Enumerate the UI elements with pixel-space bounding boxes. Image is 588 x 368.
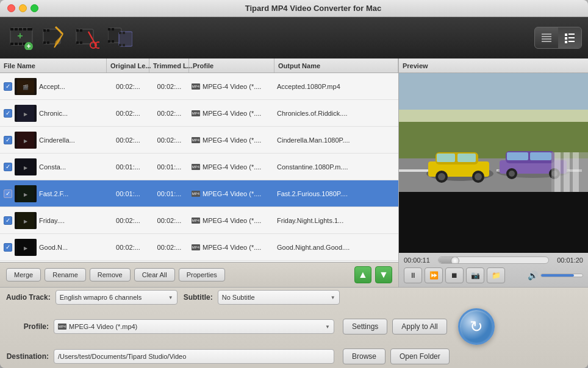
svg-rect-102 — [530, 152, 551, 160]
svg-text:▶: ▶ — [24, 138, 28, 144]
pause-button[interactable]: ⏸ — [404, 267, 422, 283]
profile-icon-7: MP4 — [192, 244, 200, 250]
audio-dropdown-arrow: ▼ — [168, 295, 173, 300]
timeline-thumb[interactable] — [451, 257, 459, 264]
svg-rect-62 — [15, 132, 17, 149]
timeline-track[interactable] — [438, 257, 549, 264]
th-profile: Profile — [189, 58, 274, 73]
add-video-button[interactable]: + + — [6, 23, 37, 53]
apply-to-all-button[interactable]: Apply to All — [392, 319, 446, 334]
profile-row: Profile: MP4 MPEG-4 Video (*.mp4) ▼ Sett… — [6, 308, 582, 345]
checkbox-7[interactable] — [4, 243, 12, 252]
table-row[interactable]: ▶ Consta... 00:01:... 00:01:... MP4 MPEG… — [0, 154, 398, 180]
thumb-6: ▶ — [15, 212, 37, 229]
close-button[interactable] — [7, 4, 15, 12]
volume-slider[interactable] — [540, 274, 583, 277]
detail-view-button[interactable] — [558, 27, 581, 48]
svg-text:▶: ▶ — [24, 246, 28, 251]
cell-trimmed-2: 00:02:... — [149, 110, 189, 117]
table-row[interactable]: ▶ Good.N... 00:02:... 00:02:... MP4 MPEG… — [0, 234, 398, 261]
destination-value: /Users/test/Documents/Tipard Studio/Vide… — [58, 353, 186, 360]
checkbox-2[interactable] — [4, 109, 12, 118]
audio-track-select[interactable]: English wmapro 6 channels ▼ — [56, 290, 177, 305]
cell-profile-4: MP4 MPEG-4 Video (*.... — [189, 163, 274, 171]
svg-rect-5 — [27, 28, 32, 30]
svg-rect-7 — [15, 43, 18, 45]
cell-output-4: Constantine.1080P.m.... — [274, 163, 398, 171]
list-view-button[interactable] — [535, 27, 558, 48]
svg-rect-18 — [47, 41, 49, 44]
svg-rect-63 — [34, 132, 37, 149]
cell-filename-1: 🎬 Accept... — [0, 78, 107, 95]
cell-filename-3: ▶ Cinderella... — [0, 132, 107, 149]
checkbox-4[interactable] — [4, 163, 12, 171]
move-up-button[interactable]: ▲ — [354, 266, 371, 283]
th-trimmed: Trimmed L... — [149, 58, 189, 73]
svg-rect-34 — [108, 40, 110, 43]
svg-rect-71 — [34, 185, 37, 202]
folder-button[interactable]: 📁 — [487, 267, 505, 283]
table-row[interactable]: ▶ Chronic... 00:02:... 00:02:... MP4 MPE… — [0, 100, 398, 127]
fast-forward-button[interactable]: ⏩ — [425, 267, 443, 283]
properties-button[interactable]: Properties — [179, 268, 225, 281]
svg-text:🎬: 🎬 — [23, 84, 29, 90]
move-down-button[interactable]: ▼ — [375, 266, 392, 283]
cell-original-4: 00:01:... — [107, 163, 149, 171]
cell-filename-2: ▶ Chronic... — [0, 105, 107, 122]
svg-rect-47 — [565, 37, 567, 40]
svg-rect-50 — [568, 41, 575, 42]
profile-select[interactable]: MP4 MPEG-4 Video (*.mp4) ▼ — [54, 319, 334, 334]
thumb-7: ▶ — [15, 239, 37, 256]
preview-header: Preview — [399, 58, 588, 73]
merge-icon-button[interactable] — [105, 23, 135, 53]
browse-button[interactable]: Browse — [343, 349, 385, 364]
merge-button[interactable]: Merge — [6, 268, 41, 281]
profile-icon-3: MP4 — [192, 137, 200, 143]
subtitle-value: No Subtitle — [222, 294, 255, 301]
stop-button[interactable]: ⏹ — [445, 267, 464, 283]
svg-rect-67 — [34, 158, 37, 175]
table-row[interactable]: ▶ Cinderella... 00:02:... 00:02:... MP4 … — [0, 127, 398, 154]
view-toggle — [534, 27, 582, 49]
checkbox-1[interactable] — [4, 82, 12, 91]
subtitle-select[interactable]: No Subtitle ▼ — [218, 290, 340, 305]
cell-profile-3: MP4 MPEG-4 Video (*.... — [189, 136, 274, 144]
checkbox-5[interactable] — [4, 189, 12, 198]
thumb-5: ▶ — [15, 185, 37, 202]
clear-all-button[interactable]: Clear All — [134, 268, 175, 281]
main-window: Tipard MP4 Video Converter for Mac + + — [0, 0, 588, 368]
cell-output-6: Friday.Night.Lights.1... — [274, 217, 398, 224]
cell-filename-4: ▶ Consta... — [0, 158, 107, 175]
open-folder-button[interactable]: Open Folder — [390, 349, 450, 364]
svg-text:▶: ▶ — [24, 219, 28, 224]
table-row[interactable]: 🎬 Accept... 00:02:... 00:02:... MP4 MPEG… — [0, 73, 398, 100]
checkbox-6[interactable] — [4, 216, 12, 225]
edit-button[interactable] — [39, 23, 70, 53]
cell-original-7: 00:02:... — [107, 244, 149, 251]
settings-area: Audio Track: English wmapro 6 channels ▼… — [0, 288, 588, 368]
cut-button[interactable] — [72, 23, 102, 53]
svg-rect-75 — [34, 212, 37, 229]
screenshot-button[interactable]: 📷 — [466, 267, 484, 283]
svg-rect-44 — [542, 41, 551, 42]
volume-fill — [541, 274, 574, 277]
audio-track-value: English wmapro 6 channels — [60, 294, 142, 301]
svg-rect-23 — [76, 29, 79, 32]
cell-output-2: Chronicles.of.Riddick.... — [274, 110, 398, 117]
svg-text:▶: ▶ — [24, 111, 28, 117]
window-title: Tipard MP4 Video Converter for Mac — [46, 4, 581, 13]
action-bar: Merge Rename Remove Clear All Properties… — [0, 262, 398, 287]
minimize-button[interactable] — [19, 4, 27, 12]
settings-button[interactable]: Settings — [343, 319, 387, 334]
convert-button[interactable]: ↻ — [458, 308, 495, 345]
remove-button[interactable]: Remove — [90, 268, 131, 281]
cell-profile-6: MP4 MPEG-4 Video (*.... — [189, 217, 274, 224]
table-row[interactable]: ▶ Friday.... 00:02:... 00:02:... MP4 MPE… — [0, 207, 398, 234]
svg-point-97 — [475, 173, 482, 180]
rename-button[interactable]: Rename — [45, 268, 86, 281]
checkbox-3[interactable] — [4, 136, 12, 144]
svg-rect-26 — [80, 41, 82, 44]
maximize-button[interactable] — [30, 4, 38, 12]
table-row-selected[interactable]: ▶ Fast.2.F... 00:01:... 00:01:... MP4 MP… — [0, 180, 398, 207]
table-header: File Name Original Le... Trimmed L... Pr… — [0, 58, 398, 73]
